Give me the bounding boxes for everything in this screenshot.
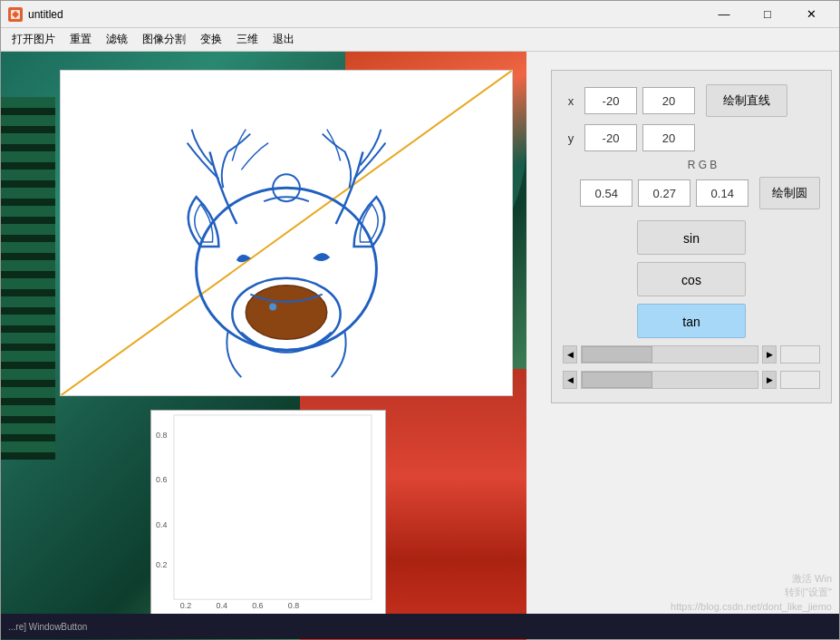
rgb-label: R G B: [584, 159, 820, 171]
activation-watermark: 激活 Win 转到"设置" https://blog.csdn.net/dont…: [671, 572, 832, 614]
y-min-input[interactable]: [584, 124, 637, 151]
scroll-thumb-2: [582, 372, 652, 388]
menu-filter[interactable]: 滤镜: [99, 28, 135, 51]
graph-canvas: 0.8 0.6 0.4 0.2 0.2 0.4 0.6 0.8: [150, 410, 386, 618]
cos-button[interactable]: cos: [637, 262, 746, 296]
menu-bar: 打开图片 重置 滤镜 图像分割 变换 三维 退出: [1, 28, 839, 52]
scroll-right-arrow-1[interactable]: ▶: [762, 345, 777, 364]
r-input[interactable]: [580, 179, 632, 207]
svg-point-5: [269, 304, 276, 311]
menu-open[interactable]: 打开图片: [5, 28, 63, 51]
x-label: x: [563, 94, 579, 108]
app-icon: [8, 7, 23, 22]
minimize-button[interactable]: —: [703, 1, 745, 28]
watermark-line2: 转到"设置": [671, 586, 832, 599]
svg-text:0.2: 0.2: [156, 560, 167, 569]
g-input[interactable]: [638, 179, 690, 207]
svg-text:0.8: 0.8: [156, 431, 167, 440]
rgb-row: 绘制圆: [563, 177, 820, 209]
window-title: untitled: [28, 8, 703, 21]
scroll-track-1[interactable]: [581, 345, 758, 364]
x-max-input[interactable]: [642, 87, 695, 114]
right-panel: x 绘制直线 y R G B 绘制圆: [551, 70, 832, 403]
draw-circle-button[interactable]: 绘制圆: [759, 177, 820, 209]
close-button[interactable]: ✕: [790, 1, 832, 28]
watermark-line1: 激活 Win: [671, 572, 832, 586]
sin-button[interactable]: sin: [637, 220, 746, 255]
scroll-left-arrow-2[interactable]: ◀: [563, 371, 577, 389]
scrollbar-row-2: ◀ ▶: [563, 371, 820, 389]
svg-text:0.4: 0.4: [156, 520, 167, 529]
svg-text:0.2: 0.2: [180, 601, 191, 610]
taskbar-hint-text: ...re] WindowButton: [8, 622, 87, 632]
svg-text:0.6: 0.6: [156, 475, 167, 484]
function-buttons: sin cos tan: [563, 220, 820, 338]
menu-3d[interactable]: 三维: [229, 28, 266, 51]
menu-reset[interactable]: 重置: [63, 28, 99, 51]
window-controls: — □ ✕: [703, 1, 832, 28]
scroll-end-box-1: [780, 345, 820, 364]
b-input[interactable]: [696, 179, 748, 207]
menu-segment[interactable]: 图像分割: [135, 28, 193, 51]
scroll-left-arrow-1[interactable]: ◀: [563, 345, 577, 364]
main-window: untitled — □ ✕ 打开图片 重置 滤镜 图像分割 变换 三维 退出: [0, 0, 840, 640]
scroll-thumb-1: [582, 346, 652, 363]
draw-line-button[interactable]: 绘制直线: [706, 84, 787, 117]
watermark-line3: https://blog.csdn.net/dont_like_jiemo: [671, 600, 832, 614]
menu-transform[interactable]: 变换: [193, 28, 229, 51]
content-area: 0.8 0.6 0.4 0.2 0.2 0.4 0.6 0.8 x 绘制直线: [1, 52, 840, 640]
scroll-end-box-2: [780, 371, 820, 389]
x-min-input[interactable]: [584, 87, 637, 114]
svg-rect-16: [174, 415, 372, 599]
menu-exit[interactable]: 退出: [266, 28, 302, 51]
taskbar-hint: ...re] WindowButton: [1, 614, 839, 639]
graph-drawing: 0.8 0.6 0.4 0.2 0.2 0.4 0.6 0.8: [151, 411, 385, 617]
tree-decoration: [1, 97, 55, 460]
title-bar: untitled — □ ✕: [1, 1, 839, 28]
y-max-input[interactable]: [642, 124, 695, 151]
maximize-button[interactable]: □: [747, 1, 788, 28]
svg-point-4: [246, 286, 327, 340]
y-label: y: [563, 131, 579, 145]
drawing-canvas: [60, 70, 513, 396]
x-row: x 绘制直线: [563, 84, 820, 117]
svg-line-1: [61, 71, 511, 395]
svg-text:0.6: 0.6: [252, 601, 263, 610]
y-row: y: [563, 124, 820, 151]
scroll-right-arrow-2[interactable]: ▶: [762, 371, 777, 389]
tan-button[interactable]: tan: [637, 304, 746, 338]
deer-drawing: [61, 71, 512, 395]
svg-text:0.4: 0.4: [217, 601, 227, 610]
scrollbar-row-1: ◀ ▶: [563, 345, 820, 364]
svg-text:0.8: 0.8: [288, 601, 299, 610]
scroll-track-2[interactable]: [581, 371, 758, 389]
